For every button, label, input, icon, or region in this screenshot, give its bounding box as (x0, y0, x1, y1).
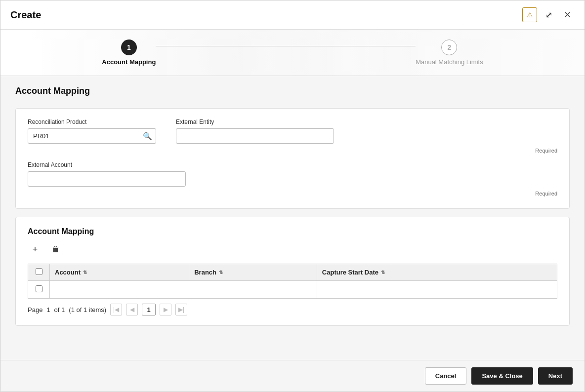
external-entity-required: Required (176, 148, 557, 154)
modal-title: Create (10, 9, 41, 21)
step-1: 1 Account Mapping (102, 39, 156, 66)
trash-icon: 🗑 (52, 245, 60, 254)
close-icon: ✕ (564, 9, 571, 20)
modal-body: Account Mapping Reconciliation Product 🔍… (0, 76, 585, 360)
warning-icon: ⚠ (527, 11, 533, 19)
warning-icon-button[interactable]: ⚠ (522, 7, 537, 22)
th-capture-start-date: Capture Start Date ⇅ (317, 264, 557, 281)
save-close-button[interactable]: Save & Close (471, 367, 533, 385)
items-label: (1 of 1 items) (69, 306, 106, 314)
reconciliation-product-label: Reconciliation Product (28, 118, 156, 125)
table-row (28, 281, 557, 299)
form-section: Reconciliation Product 🔍 External Entity… (15, 108, 570, 209)
stepper: 1 Account Mapping 2 Manual Matching Limi… (102, 39, 483, 66)
of-label: of 1 (54, 306, 65, 314)
table-section-title: Account Mapping (28, 227, 557, 236)
reconciliation-product-input[interactable] (28, 128, 156, 144)
table-section: Account Mapping + 🗑 (15, 217, 570, 326)
form-group-external-entity: External Entity Required (176, 118, 557, 154)
td-checkbox (28, 281, 50, 299)
modal-header: Create ⚠ ⤢ ✕ (0, 0, 585, 30)
modal-footer: Cancel Save & Close Next (0, 360, 585, 392)
form-row-1: Reconciliation Product 🔍 External Entity… (28, 118, 557, 154)
th-checkbox (28, 264, 50, 281)
next-button[interactable]: Next (538, 367, 573, 385)
external-account-input[interactable] (28, 171, 186, 187)
add-row-button[interactable]: + (28, 242, 42, 257)
account-mapping-table: Account ⇅ Branch ⇅ Captu (28, 264, 557, 299)
td-capture-start-date (317, 281, 557, 299)
next-page-button[interactable]: ▶ (160, 304, 171, 315)
create-modal: Create ⚠ ⤢ ✕ 1 Account Mapping (0, 0, 585, 392)
page-label: Page (28, 306, 42, 314)
capture-start-date-sort-icon[interactable]: ⇅ (381, 270, 385, 275)
step-1-label: Account Mapping (102, 58, 156, 66)
page-number-box: 1 (142, 304, 156, 315)
expand-icon-button[interactable]: ⤢ (541, 7, 556, 22)
row-checkbox[interactable] (36, 285, 42, 292)
page-current: 1 (46, 306, 50, 314)
external-entity-input[interactable] (176, 128, 334, 144)
first-page-button[interactable]: |◀ (110, 304, 122, 315)
step-1-circle: 1 (121, 39, 137, 55)
pagination: Page 1 of 1 (1 of 1 items) |◀ ◀ 1 ▶ ▶| (28, 304, 557, 315)
last-page-button[interactable]: ▶| (175, 304, 187, 315)
select-all-checkbox[interactable] (36, 268, 42, 275)
cancel-button[interactable]: Cancel (425, 367, 467, 385)
reconciliation-product-input-wrapper: 🔍 (28, 128, 156, 144)
search-icon[interactable]: 🔍 (143, 132, 152, 141)
th-branch: Branch ⇅ (189, 264, 317, 281)
account-sort-icon[interactable]: ⇅ (83, 270, 87, 275)
prev-page-button[interactable]: ◀ (126, 304, 138, 315)
form-row-2: External Account Required (28, 161, 557, 196)
external-account-required: Required (28, 191, 557, 196)
step-2-label: Manual Matching Limits (416, 58, 483, 66)
section1-title: Account Mapping (15, 86, 570, 96)
stepper-area: 1 Account Mapping 2 Manual Matching Limi… (0, 30, 585, 76)
external-account-label: External Account (28, 161, 557, 168)
delete-row-button[interactable]: 🗑 (48, 242, 63, 257)
expand-icon: ⤢ (545, 10, 551, 20)
header-icons: ⚠ ⤢ ✕ (522, 7, 575, 22)
form-group-reconciliation-product: Reconciliation Product 🔍 (28, 118, 156, 144)
step-2-circle: 2 (441, 39, 457, 55)
table-header-row: Account ⇅ Branch ⇅ Captu (28, 264, 557, 281)
stepper-line (156, 46, 416, 47)
td-branch (189, 281, 317, 299)
td-account (50, 281, 189, 299)
step-2: 2 Manual Matching Limits (416, 39, 483, 66)
table-toolbar: + 🗑 (28, 242, 557, 257)
close-icon-button[interactable]: ✕ (560, 7, 575, 22)
branch-sort-icon[interactable]: ⇅ (219, 270, 223, 275)
external-entity-label: External Entity (176, 118, 557, 125)
form-group-external-account: External Account Required (28, 161, 557, 196)
th-account: Account ⇅ (50, 264, 189, 281)
